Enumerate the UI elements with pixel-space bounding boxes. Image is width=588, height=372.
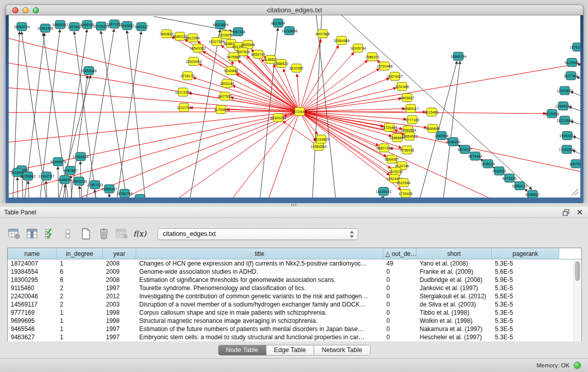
table-cell[interactable]: 9699695 bbox=[8, 317, 57, 325]
table-cell[interactable]: Dudbridge et al. (2008) bbox=[417, 276, 492, 284]
show-columns-button[interactable] bbox=[25, 227, 39, 240]
table-cell[interactable]: 2009 bbox=[103, 268, 136, 276]
graph-edge[interactable] bbox=[58, 167, 59, 198]
table-cell[interactable]: 2 bbox=[57, 292, 103, 300]
table-cell[interactable]: Nakamura et al. (1997) bbox=[417, 325, 492, 333]
graph-edge[interactable] bbox=[304, 113, 391, 136]
graph-node[interactable]: 1527602 bbox=[68, 23, 81, 31]
table-source-select[interactable]: citations_edges.txt bbox=[158, 228, 358, 240]
graph-node[interactable]: 16782759 bbox=[117, 189, 133, 198]
graph-node[interactable]: 1145194 bbox=[58, 176, 72, 184]
table-cell[interactable]: 1998 bbox=[103, 317, 136, 325]
graph-node[interactable]: 8220357 bbox=[290, 64, 303, 72]
table-cell[interactable]: 1997 bbox=[103, 284, 136, 292]
graph-edge[interactable] bbox=[578, 63, 580, 74]
graph-node[interactable]: 14569117 bbox=[403, 104, 419, 113]
table-cell[interactable]: Jankovic et al. (1997) bbox=[417, 284, 492, 292]
table-cell[interactable]: Wolkin et al. (1998) bbox=[417, 317, 492, 325]
table-cell[interactable]: 1 bbox=[57, 325, 103, 333]
table-cell[interactable]: 2 bbox=[57, 284, 103, 292]
graph-edge[interactable] bbox=[28, 181, 29, 198]
graph-node[interactable]: 8466160 bbox=[80, 20, 94, 29]
graph-edge[interactable] bbox=[162, 112, 299, 198]
graph-node[interactable]: 12942757 bbox=[38, 172, 54, 180]
table-cell[interactable]: 2008 bbox=[103, 276, 136, 284]
graph-node[interactable]: 15751074 bbox=[570, 43, 580, 51]
table-cell[interactable]: 9463627 bbox=[8, 333, 57, 341]
graph-node[interactable]: 1010754 bbox=[177, 103, 191, 112]
table-cell[interactable]: 5.3E-5 bbox=[492, 300, 559, 309]
minimize-window-icon[interactable] bbox=[23, 7, 29, 13]
table-cell[interactable]: 14569117 bbox=[8, 300, 57, 309]
graph-node[interactable]: 6879197 bbox=[458, 145, 472, 154]
table-cell[interactable]: 6 bbox=[57, 268, 103, 276]
table-cell[interactable]: 2012 bbox=[103, 292, 136, 300]
table-cell[interactable]: 18300295 bbox=[8, 276, 57, 284]
graph-node[interactable]: 20364486 bbox=[334, 36, 350, 45]
delete-entries-button[interactable] bbox=[97, 227, 111, 240]
table-cell[interactable]: Hescheler et al. (1997) bbox=[417, 333, 492, 341]
table-cell[interactable]: 1997 bbox=[103, 333, 136, 341]
graph-node[interactable]: 16210643 bbox=[557, 116, 573, 124]
split-divider[interactable] bbox=[0, 203, 588, 207]
graph-edge[interactable] bbox=[65, 185, 66, 198]
graph-edge[interactable] bbox=[316, 15, 336, 198]
column-header-year[interactable]: year bbox=[103, 248, 136, 259]
table-cell[interactable]: Embryonic stem cells: a model to study s… bbox=[136, 333, 383, 341]
graph-edge[interactable] bbox=[101, 31, 127, 198]
graph-node[interactable]: 10654112 bbox=[512, 182, 528, 190]
table-row[interactable]: 946362711997Embryonic stem cells: a mode… bbox=[8, 333, 581, 341]
graph-node[interactable]: 14136141 bbox=[376, 187, 391, 195]
new-table-button[interactable] bbox=[79, 227, 93, 240]
graph-node[interactable]: 15992971 bbox=[559, 132, 575, 140]
graph-edge[interactable] bbox=[571, 92, 580, 100]
divider-grip-icon[interactable] bbox=[291, 204, 296, 206]
table-cell[interactable]: 49 bbox=[383, 259, 417, 268]
graph-node[interactable]: 2603144 bbox=[220, 79, 234, 87]
column-header-short[interactable]: short bbox=[417, 248, 492, 259]
graph-edge[interactable] bbox=[189, 30, 220, 198]
graph-edge[interactable] bbox=[577, 77, 580, 85]
graph-node[interactable]: 17016504 bbox=[559, 145, 575, 154]
graph-node[interactable]: 12213383 bbox=[175, 88, 191, 96]
resize-grip-icon[interactable] bbox=[572, 189, 578, 195]
graph-node[interactable]: 9777169 bbox=[405, 116, 419, 124]
table-cell[interactable]: 0 bbox=[383, 276, 417, 284]
table-cell[interactable]: 5.3E-5 bbox=[492, 259, 559, 268]
graph-node[interactable]: 9475685 bbox=[227, 53, 241, 61]
graph-edge[interactable] bbox=[303, 53, 354, 108]
graph-node[interactable]: 20691406 bbox=[37, 24, 53, 32]
table-cell[interactable]: Franke et al. (2009) bbox=[417, 268, 492, 276]
table-cell[interactable]: 5.3E-5 bbox=[492, 309, 559, 317]
graph-node[interactable]: 9463627 bbox=[135, 23, 148, 31]
table-cell[interactable]: 0 bbox=[383, 268, 417, 276]
table-cell[interactable]: Changes of HCN gene expression and I(f) … bbox=[136, 259, 383, 268]
table-row[interactable]: 946554611997Estimation of the future num… bbox=[8, 325, 581, 333]
graph-node[interactable]: 1170064 bbox=[214, 105, 228, 114]
graph-node[interactable]: 9245652 bbox=[526, 190, 539, 198]
graph-node[interactable]: 9684067 bbox=[385, 155, 399, 163]
graph-node[interactable]: 19218906 bbox=[281, 27, 297, 35]
graph-edge[interactable] bbox=[569, 107, 580, 115]
table-cell[interactable]: 18724007 bbox=[8, 259, 57, 268]
graph-edge[interactable] bbox=[573, 150, 580, 159]
graph-node[interactable]: 9756928 bbox=[400, 146, 414, 154]
table-cell[interactable]: 0 bbox=[383, 284, 417, 292]
table-cell[interactable]: 5.5E-5 bbox=[492, 292, 559, 300]
graph-edge[interactable] bbox=[367, 196, 384, 198]
graph-edge[interactable] bbox=[9, 112, 299, 197]
column-header-pagerank[interactable]: pagerank bbox=[492, 248, 559, 259]
destroy-table-button[interactable] bbox=[115, 227, 129, 240]
window-titlebar[interactable]: citations_edges.txt bbox=[6, 5, 583, 15]
graph-node[interactable]: 10958167 bbox=[101, 185, 117, 193]
zoom-window-icon[interactable] bbox=[33, 7, 39, 13]
graph-node[interactable]: 1640954 bbox=[434, 132, 448, 140]
graph-edge[interactable] bbox=[9, 112, 299, 143]
scrollbar-thumb[interactable] bbox=[575, 261, 580, 281]
table-row[interactable]: 977716911998Corpus callosum shape and si… bbox=[8, 309, 581, 317]
graph-node[interactable]: 8215953 bbox=[545, 110, 559, 118]
table-cell[interactable]: 0 bbox=[383, 317, 417, 325]
graph-node[interactable]: 9115460 bbox=[425, 108, 439, 116]
column-header-out-degree[interactable]: △ out_de… bbox=[383, 248, 417, 259]
table-cell[interactable]: 22420046 bbox=[8, 292, 57, 300]
